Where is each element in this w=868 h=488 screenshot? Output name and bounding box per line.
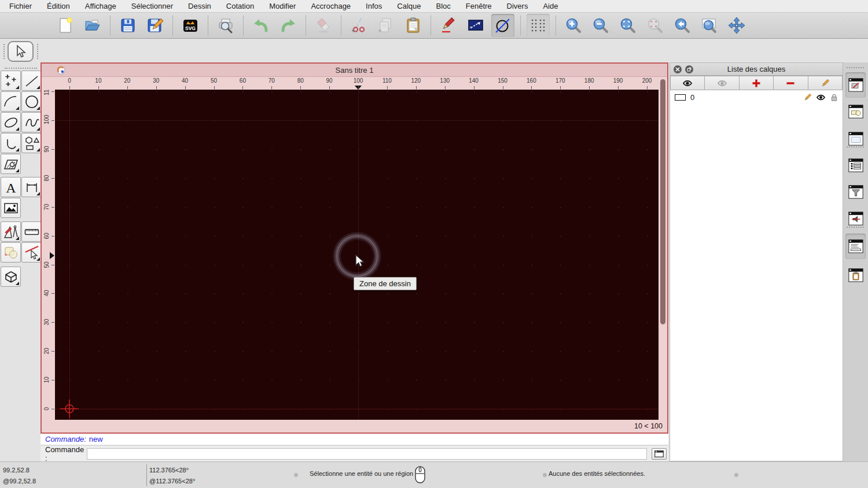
eye-off-icon [717, 79, 727, 88]
redo-button[interactable] [277, 14, 300, 37]
zoom-selected-button[interactable] [643, 14, 667, 37]
command-dock-button[interactable] [652, 448, 667, 460]
layer-visible-icon[interactable] [816, 93, 826, 102]
drag-handle[interactable] [847, 146, 864, 147]
cut-button[interactable] [347, 14, 370, 37]
dock-library-button[interactable] [845, 126, 866, 151]
layer-edit-icon[interactable] [803, 93, 812, 102]
zoom-previous-button[interactable] [671, 14, 694, 37]
menu-fenetre[interactable]: Fenêtre [466, 2, 492, 10]
dimension-tools-button[interactable] [21, 177, 42, 197]
text-tool-button[interactable]: A [1, 177, 21, 197]
order-shapes-icon [3, 245, 19, 261]
show-all-layers-button[interactable] [670, 76, 705, 90]
circle-tools-button[interactable] [21, 91, 42, 112]
dock-filter-button[interactable] [845, 179, 866, 205]
line-attributes-button[interactable] [464, 14, 487, 37]
new-file-button[interactable] [54, 14, 77, 37]
menu-modifier[interactable]: Modifier [269, 2, 296, 10]
layer-color-icon [675, 94, 686, 101]
hatch-tool-button[interactable] [1, 154, 21, 174]
dock-strip [843, 62, 868, 461]
line-tools-button[interactable] [21, 71, 42, 91]
spline-tools-button[interactable] [21, 112, 42, 132]
paste-button[interactable] [402, 14, 425, 37]
menu-calque[interactable]: Calque [397, 2, 421, 10]
menu-infos[interactable]: Infos [366, 2, 382, 10]
drag-handle[interactable] [37, 44, 38, 59]
layer-row[interactable]: 0 [670, 91, 843, 103]
image-tool-button[interactable] [1, 198, 21, 218]
pan-icon [727, 16, 746, 35]
y-axis-line [69, 90, 70, 420]
red-line-cursor-icon [24, 245, 40, 261]
drawing-window-titlebar[interactable]: Sans titre 1 [42, 64, 667, 77]
menu-dessin[interactable]: Dessin [188, 2, 211, 10]
layer-lock-icon[interactable] [830, 93, 838, 102]
layers-close-button[interactable] [674, 65, 682, 73]
dock-block-list-button[interactable] [845, 99, 866, 124]
ruler-icon [24, 224, 40, 240]
drawing-canvas[interactable]: Zone de dessin [55, 90, 659, 420]
point-tools-button[interactable] [1, 71, 21, 91]
pen-attributes-button[interactable] [437, 14, 460, 37]
dock-layer-list-button[interactable] [845, 72, 866, 98]
layers-undock-button[interactable] [685, 65, 693, 73]
order-tools-button[interactable] [1, 242, 21, 263]
dock-command-options-button[interactable] [845, 153, 866, 178]
mouse-cursor [354, 254, 367, 268]
zoom-in-button[interactable] [562, 14, 585, 37]
command-input[interactable] [87, 448, 647, 460]
toolbar-separator [431, 16, 431, 35]
zoom-window-button[interactable] [698, 14, 721, 37]
grid-toggle-button[interactable] [527, 14, 550, 37]
layers-panel-title: Liste des calques [670, 65, 843, 73]
menu-cotation[interactable]: Cotation [226, 2, 254, 10]
clipboard-window-icon [848, 268, 863, 282]
zoom-auto-button[interactable] [616, 14, 639, 37]
block-tools-button[interactable] [1, 267, 21, 287]
dock-command-line-button[interactable] [845, 234, 866, 259]
measure-tools-button[interactable] [21, 221, 42, 242]
menu-bloc[interactable]: Bloc [436, 2, 450, 10]
save-as-button[interactable] [144, 14, 167, 37]
menu-affichage[interactable]: Affichage [85, 2, 116, 10]
pan-button[interactable] [725, 14, 748, 37]
edit-layer-button[interactable] [808, 76, 843, 90]
open-file-button[interactable] [81, 14, 104, 37]
hide-all-layers-button[interactable] [705, 76, 739, 90]
arc-tools-button[interactable] [1, 91, 21, 112]
construction-mode-button[interactable] [491, 14, 514, 37]
menu-selectionner[interactable]: Sélectionner [131, 2, 173, 10]
undo-icon [252, 16, 270, 35]
menu-fichier[interactable]: Fichier [9, 2, 32, 10]
select-tool-button[interactable] [8, 41, 34, 62]
remove-layer-button[interactable] [774, 76, 808, 90]
zoom-out-button[interactable] [589, 14, 612, 37]
menu-accrochage[interactable]: Accrochage [311, 2, 351, 10]
ellipse-tools-button[interactable] [1, 112, 21, 132]
save-button[interactable] [116, 14, 139, 37]
svg-export-button[interactable]: SVG [179, 14, 202, 37]
add-layer-button[interactable] [740, 76, 774, 90]
polygon-tools-button[interactable] [21, 133, 42, 153]
copy-button[interactable] [374, 14, 398, 37]
dock-clipboard-button[interactable] [845, 263, 866, 288]
menu-edition[interactable]: Édition [47, 2, 70, 10]
print-preview-button[interactable] [214, 14, 237, 37]
drag-handle[interactable] [5, 68, 37, 69]
drag-handle[interactable] [847, 227, 864, 228]
toolbar-separator [341, 16, 341, 35]
modify-tools-button[interactable] [1, 221, 21, 242]
menu-divers[interactable]: Divers [507, 2, 528, 10]
menu-aide[interactable]: Aide [543, 2, 558, 10]
drag-handle[interactable] [847, 67, 864, 68]
undo-button[interactable] [249, 14, 273, 37]
drag-handle[interactable] [3, 44, 5, 59]
modify-delete-tools-button[interactable] [21, 242, 42, 263]
filter-window-icon [848, 185, 863, 199]
scrollbar-thumb[interactable] [660, 79, 665, 324]
polyline-tools-button[interactable] [1, 133, 21, 153]
text-icon: A [3, 179, 19, 195]
erase-button[interactable] [312, 14, 335, 37]
